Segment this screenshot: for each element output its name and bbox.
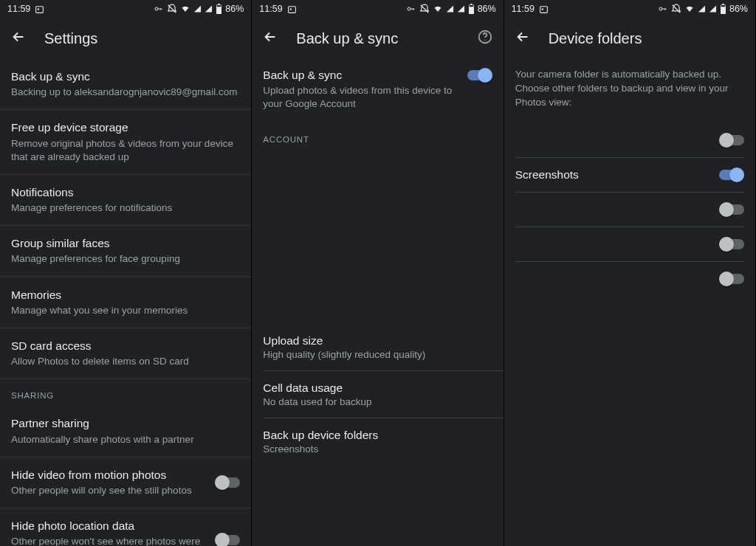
battery-pct: 86% <box>729 4 748 14</box>
item-title: Memories <box>11 288 240 303</box>
svg-rect-22 <box>721 5 726 7</box>
item-title: Back up & sync <box>263 68 458 83</box>
app-bar: Settings <box>0 18 251 59</box>
battery-icon <box>720 4 726 14</box>
backup-sync-main[interactable]: Back up & sync Upload photos & videos fr… <box>252 59 503 123</box>
svg-point-18 <box>659 7 662 10</box>
svg-rect-12 <box>470 4 472 4</box>
item-hide-video[interactable]: Hide video from motion photos Other peop… <box>0 457 251 508</box>
svg-rect-6 <box>217 5 221 7</box>
item-sub: Backing up to aleksandarognjanovic89@gma… <box>11 86 240 99</box>
item-partner-sharing[interactable]: Partner sharing Automatically share phot… <box>0 406 251 457</box>
help-icon[interactable] <box>477 29 493 48</box>
svg-rect-1 <box>38 8 39 10</box>
page-title: Device folders <box>549 30 642 47</box>
item-title: Back up device folders <box>263 429 492 442</box>
battery-pct: 86% <box>478 4 496 14</box>
back-icon[interactable] <box>10 29 27 48</box>
item-sub: Screenshots <box>263 443 492 455</box>
today-icon <box>35 4 44 14</box>
item-group-faces[interactable]: Group similar faces Manage preferences f… <box>0 226 251 277</box>
folder-toggle[interactable] <box>719 167 744 182</box>
toggle-hide-location[interactable] <box>215 533 240 546</box>
dnd-icon <box>167 4 177 14</box>
signal-icon <box>698 4 706 13</box>
item-title: Upload size <box>263 334 492 348</box>
folder-row-screenshots[interactable]: Screenshots <box>504 158 755 192</box>
status-bar: 11:59 86% <box>0 0 251 18</box>
folder-toggle[interactable] <box>719 237 744 252</box>
folder-toggle[interactable] <box>719 202 744 217</box>
item-title: Cell data usage <box>263 381 492 395</box>
back-icon[interactable] <box>262 29 278 48</box>
item-backup-sync[interactable]: Back up & sync Backing up to aleksandaro… <box>0 59 251 110</box>
battery-icon <box>216 4 222 14</box>
wifi-icon <box>180 4 190 13</box>
sub-text: Other people won't see where photos were… <box>11 536 200 546</box>
svg-rect-16 <box>540 6 548 13</box>
item-title: Hide photo location data <box>11 519 207 533</box>
svg-rect-5 <box>218 4 220 4</box>
item-upload-size[interactable]: Upload size High quality (slightly reduc… <box>252 324 503 370</box>
sharing-header: SHARING <box>0 379 251 406</box>
svg-rect-8 <box>289 8 291 10</box>
item-notifications[interactable]: Notifications Manage preferences for not… <box>0 175 251 226</box>
status-bar: 11:59 86% <box>252 0 503 18</box>
signal-icon-2 <box>709 4 717 13</box>
wifi-icon <box>433 4 443 13</box>
item-free-storage[interactable]: Free up device storage Remove original p… <box>0 110 251 175</box>
page-title: Settings <box>44 30 97 47</box>
item-device-folders[interactable]: Back up device folders Screenshots <box>252 418 503 465</box>
svg-point-15 <box>484 40 485 41</box>
svg-rect-0 <box>36 6 44 13</box>
item-sub: Automatically share photos with a partne… <box>11 433 240 446</box>
item-memories[interactable]: Memories Manage what you see in your mem… <box>0 277 251 328</box>
battery-icon <box>468 4 475 14</box>
item-cell-data[interactable]: Cell data usage No data used for backup <box>252 371 503 418</box>
svg-rect-13 <box>469 5 473 7</box>
item-sub: Other people will only see the still pho… <box>11 484 207 497</box>
today-icon <box>539 4 549 14</box>
page-title: Back up & sync <box>296 30 398 47</box>
status-time: 11:59 <box>512 4 535 14</box>
item-sub: Manage preferences for notifications <box>11 201 240 215</box>
item-sub: High quality (slightly reduced quality) <box>263 349 492 360</box>
item-sub: Manage preferences for face grouping <box>11 252 240 266</box>
item-sd-card[interactable]: SD card access Allow Photos to delete it… <box>0 328 251 379</box>
item-sub: Remove original photos & videos from you… <box>11 137 240 164</box>
account-header: ACCOUNT <box>252 123 503 150</box>
battery-pct: 86% <box>225 4 244 14</box>
today-icon <box>287 4 297 14</box>
item-title: Notifications <box>11 185 240 200</box>
vpn-key-icon <box>153 4 164 13</box>
folder-row[interactable] <box>504 262 755 296</box>
item-title: SD card access <box>11 339 240 353</box>
vpn-key-icon <box>405 4 416 13</box>
signal-icon-2 <box>457 4 465 13</box>
folder-toggle[interactable] <box>719 272 744 286</box>
toggle-backup-sync[interactable] <box>467 68 492 83</box>
svg-rect-21 <box>722 4 724 4</box>
folder-row[interactable] <box>504 227 755 261</box>
folder-toggle[interactable] <box>719 133 744 148</box>
item-hide-location[interactable]: Hide photo location data Other people wo… <box>0 508 251 546</box>
settings-screen: 11:59 86% Settings Back up & sync Backin… <box>0 0 252 546</box>
description: Your camera folder is automatically back… <box>504 59 755 123</box>
device-folders-screen: 11:59 86% Device folders Your camera fol… <box>504 0 756 546</box>
app-bar: Back up & sync <box>252 18 503 59</box>
status-time: 11:59 <box>7 4 30 14</box>
folder-row[interactable] <box>504 193 755 227</box>
back-icon[interactable] <box>515 29 531 48</box>
toggle-hide-video[interactable] <box>215 475 240 490</box>
status-time: 11:59 <box>259 4 282 14</box>
svg-rect-17 <box>542 8 543 10</box>
dnd-icon <box>419 4 430 14</box>
signal-icon-2 <box>205 4 213 13</box>
svg-point-9 <box>408 7 410 10</box>
vpn-key-icon <box>657 4 668 13</box>
folder-row[interactable] <box>504 123 755 157</box>
item-title: Free up device storage <box>11 120 240 135</box>
item-sub: Upload photos & videos from this device … <box>263 84 458 111</box>
item-title: Partner sharing <box>11 416 240 431</box>
dnd-icon <box>671 4 681 14</box>
